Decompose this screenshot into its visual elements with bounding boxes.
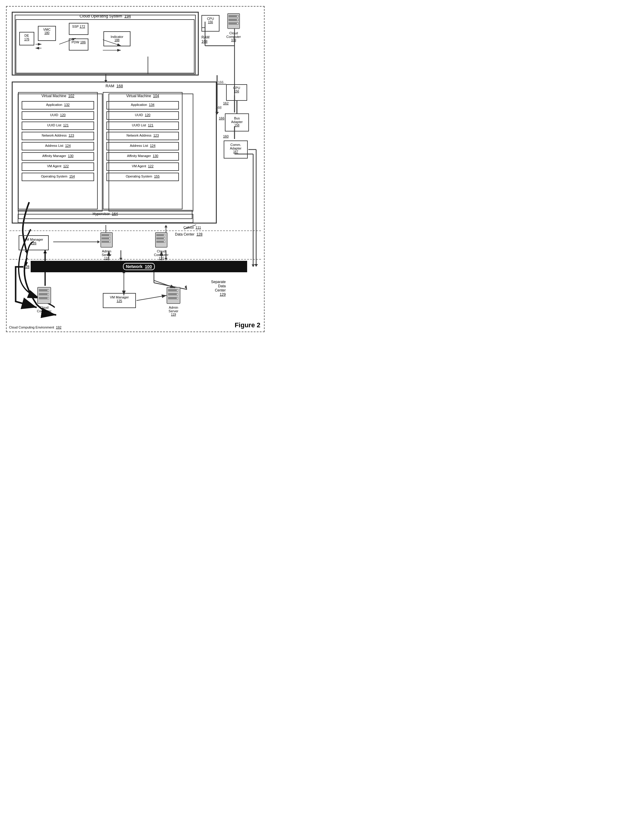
svg-point-79: [177, 293, 178, 295]
svg-marker-33: [97, 240, 100, 243]
cloud-computer110: CloudComputer 110: [154, 232, 168, 260]
vm-manager126-box: VM Manager126: [19, 235, 49, 250]
server-icon-top: [226, 12, 241, 30]
vm-manager125-box: VM Manager125: [103, 293, 136, 308]
callout111-label: Callout 111: [184, 226, 201, 229]
svg-point-71: [48, 290, 49, 291]
pdw-box: PDW 186: [69, 39, 89, 50]
line160-label: 160: [223, 134, 229, 138]
svg-rect-68: [39, 289, 49, 292]
svg-point-52: [237, 23, 238, 24]
cloud-os-box: Cloud Operating System 194 DE 176 VMC 18…: [12, 12, 198, 75]
main-diagram-container: 166 Cloud Operating System 194 DE 176 VM…: [6, 6, 264, 332]
cpu-top-box: CPU 156: [201, 15, 219, 31]
ram-main-label: RAM 168: [106, 84, 123, 88]
svg-marker-18: [165, 225, 168, 228]
uuid-list121-1-box: UUID List 121: [22, 122, 94, 130]
sep-data-center-label: SeparateDataCenter129: [211, 280, 226, 296]
net-addr123-2-box: Network Address 123: [106, 132, 179, 140]
vm-agent122-2-box: VM Agent 122: [106, 162, 179, 171]
os155-box: Operating System 155: [106, 173, 179, 181]
vm102-box: Virtual Machine 102 Application 132 UUID…: [18, 92, 98, 209]
svg-point-59: [109, 241, 110, 242]
svg-text:166: 166: [218, 80, 223, 84]
uuid120-1-box: UUID 120: [22, 111, 94, 120]
indicator-box: Indicator 188: [103, 31, 131, 46]
svg-rect-76: [168, 293, 178, 295]
svg-marker-31: [25, 250, 28, 253]
svg-point-65: [164, 238, 165, 239]
env-label: Cloud Computing Environment 192: [9, 326, 61, 329]
ssp-box: SSP 172: [69, 23, 89, 35]
line328-label: 328: [23, 265, 30, 269]
figure-label: Figure 2: [235, 321, 260, 329]
svg-point-58: [109, 238, 110, 239]
ram-top-label: RAM168: [201, 35, 210, 44]
affinity130-1-box: Affinity Manager 130: [22, 152, 94, 161]
cloud-os-label: Cloud Operating System 194: [80, 14, 131, 18]
network-bar: Network 100: [31, 261, 247, 272]
svg-line-88: [137, 295, 166, 301]
uuid120-2-box: UUID 120: [106, 111, 179, 120]
line166-label: 166: [219, 116, 224, 120]
svg-point-80: [177, 298, 178, 299]
ram-main-box: RAM 168 Virtual Machine 102 Application …: [12, 82, 216, 223]
addr-list124-2-box: Address List 124: [106, 142, 179, 150]
svg-point-73: [48, 298, 49, 299]
admin-server119: AdminServer 119: [166, 286, 181, 316]
svg-rect-69: [39, 293, 49, 295]
svg-rect-70: [39, 297, 49, 299]
affinity130-2-box: Affinity Manager 130: [106, 152, 179, 161]
server-icon-110: [154, 232, 168, 248]
svg-point-51: [237, 19, 238, 20]
comm-adapter-box: Comm.Adapter 167: [224, 140, 248, 159]
svg-rect-77: [168, 297, 178, 299]
uuid-list121-2-box: UUID List 121: [106, 122, 179, 130]
svg-point-78: [177, 290, 178, 291]
cloud-computer-top: CloudComputer 109: [226, 12, 241, 42]
svg-marker-20: [119, 258, 122, 260]
vm104-box: Virtual Machine 104 Application 134 UUID…: [103, 92, 182, 209]
svg-point-72: [48, 293, 49, 295]
svg-point-64: [164, 235, 165, 236]
app134-box: Application 134: [106, 101, 179, 109]
svg-marker-90: [43, 250, 47, 253]
hypervisor-box: Hypervisor 164: [18, 210, 193, 219]
svg-marker-25: [252, 264, 255, 267]
cloud-computer114: CloudComputer 114: [37, 286, 52, 316]
diagram-area: 166 Cloud Operating System 194 DE 176 VM…: [6, 6, 264, 332]
svg-rect-75: [168, 289, 178, 292]
server-icon-118: [100, 232, 114, 248]
line162-label: 162: [223, 101, 229, 105]
server-icon-114: [37, 286, 52, 304]
server-icon-119: [166, 286, 181, 304]
svg-point-50: [237, 16, 238, 17]
svg-marker-94: [254, 264, 258, 267]
de-box: DE 176: [19, 32, 34, 45]
vm-agent122-1-box: VM Agent 122: [22, 162, 94, 171]
os154-box: Operating System 154: [22, 173, 94, 181]
data-center-label: Data Center 128: [175, 232, 202, 236]
admin-server118: AdminServer 118: [100, 232, 114, 260]
svg-text:166: 166: [216, 106, 222, 110]
vmc-box: VMC 180: [38, 26, 56, 41]
app132-box: Application 132: [22, 101, 94, 109]
svg-point-57: [109, 235, 110, 236]
svg-point-66: [164, 241, 165, 242]
cpu-right-box: CPU 156: [226, 84, 247, 101]
addr-list124-1-box: Address List 124: [22, 142, 94, 150]
net-addr123-1-box: Network Address 123: [22, 132, 94, 140]
cloud-os-inner: DE 176 VMC 180 SSP 172 PDW 186: [16, 19, 194, 73]
svg-marker-28: [185, 285, 187, 289]
bus-adapter-box: BusAdapter 158: [225, 114, 249, 131]
